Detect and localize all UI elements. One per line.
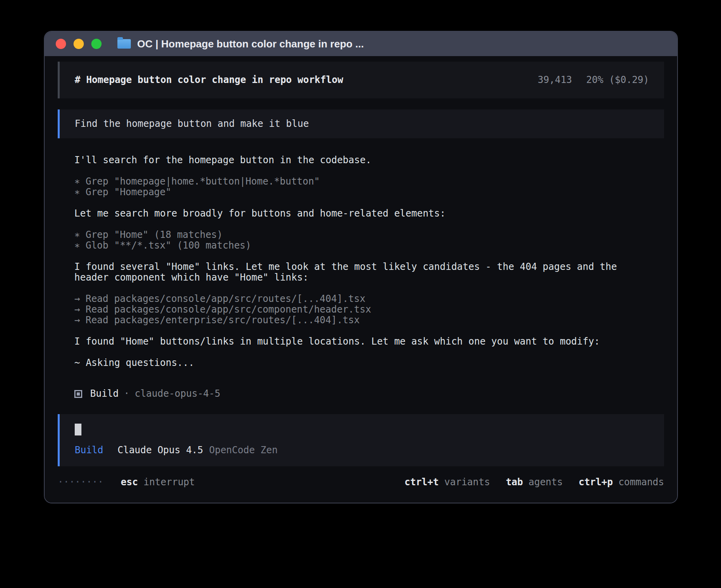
tool-call-text: Read packages/console/app/src/component/…: [85, 304, 371, 315]
esc-key-action: interrupt: [143, 477, 195, 488]
tool-call-read: →Read packages/console/app/src/component…: [74, 304, 640, 315]
terminal-content: # Homepage button color change in repo w…: [45, 56, 677, 503]
shortcut-label: variants: [444, 477, 490, 488]
separator-dot: ·: [124, 388, 129, 399]
tool-call-grep: ∗Grep "Homepage": [74, 187, 640, 198]
esc-key-hint: esc: [121, 477, 138, 488]
folder-icon: [117, 39, 131, 49]
prompt-input[interactable]: Build Claude Opus 4.5 OpenCode Zen: [58, 414, 664, 466]
assistant-text: I'll search for the homepage button in t…: [74, 155, 640, 166]
spinner-dots-icon: ········: [58, 477, 104, 488]
shortcut-commands: ctrl+p commands: [579, 477, 664, 488]
tool-call-read: →Read packages/console/app/src/routes/[.…: [74, 294, 640, 304]
shortcut-agents: tab agents: [506, 477, 563, 488]
tool-call-text: Glob "**/*.tsx" (100 matches): [85, 240, 251, 251]
assistant-text: Let me search more broadly for buttons a…: [74, 208, 640, 219]
session-stats: 39,413 20% ($0.29): [538, 75, 649, 85]
zoom-button[interactable]: [91, 39, 102, 49]
tool-call-text: Read packages/console/app/src/routes/[..…: [85, 293, 365, 304]
shortcut-key: ctrl+p: [579, 477, 613, 488]
titlebar[interactable]: OC | Homepage button color change in rep…: [45, 32, 677, 56]
input-meta: Build Claude Opus 4.5 OpenCode Zen: [75, 445, 649, 456]
arrow-right-icon: →: [74, 304, 80, 315]
window-controls: [56, 39, 102, 49]
agent-status: Build · claude-opus-4-5: [74, 388, 640, 399]
close-button[interactable]: [56, 39, 66, 49]
agent-mode-label: Build: [75, 445, 103, 456]
arrow-right-icon: →: [74, 315, 80, 326]
model-provider: OpenCode Zen: [209, 445, 277, 456]
window-title: OC | Homepage button color change in rep…: [137, 38, 364, 50]
user-message-text: Find the homepage button and make it blu…: [75, 118, 309, 129]
tool-call-glob: ∗Glob "**/*.tsx" (100 matches): [74, 240, 640, 251]
minimize-button[interactable]: [74, 39, 84, 49]
assistant-text: I found several "Home" links. Let me loo…: [74, 262, 640, 283]
tool-call-grep: ∗Grep "homepage|home.*button|Home.*butto…: [74, 176, 640, 187]
status-left: ········ esc interrupt: [58, 477, 195, 488]
text-cursor-icon: [75, 424, 81, 435]
token-count: 39,413: [538, 75, 572, 85]
asterisk-icon: ∗: [74, 176, 80, 187]
session-header: # Homepage button color change in repo w…: [58, 62, 664, 98]
terminal-window: OC | Homepage button color change in rep…: [44, 31, 678, 503]
shortcut-label: commands: [618, 477, 664, 488]
agent-name: Build: [90, 388, 119, 399]
title-group: OC | Homepage button color change in rep…: [117, 38, 364, 50]
asterisk-icon: ∗: [74, 229, 80, 240]
asterisk-icon: ∗: [74, 187, 80, 198]
tool-call-grep: ∗Grep "Home" (18 matches): [74, 230, 640, 240]
arrow-right-icon: →: [74, 293, 80, 304]
shortcut-variants: ctrl+t variants: [404, 477, 490, 488]
shortcut-label: agents: [528, 477, 563, 488]
shortcut-key: ctrl+t: [404, 477, 439, 488]
build-agent-icon: [74, 390, 82, 398]
status-bar: ········ esc interrupt ctrl+t variants t…: [58, 477, 664, 488]
tool-call-text: Read packages/enterprise/src/routes/[...…: [85, 315, 360, 326]
assistant-text: I found "Home" buttons/links in multiple…: [74, 336, 640, 347]
tool-call-text: Grep "homepage|home.*button|Home.*button…: [85, 176, 319, 187]
session-title: # Homepage button color change in repo w…: [75, 75, 343, 85]
asterisk-icon: ∗: [74, 240, 80, 251]
conversation-body: I'll search for the homepage button in t…: [58, 155, 640, 399]
model-name: Claude Opus 4.5: [117, 445, 203, 456]
user-message: Find the homepage button and make it blu…: [58, 109, 664, 138]
shortcut-key: tab: [506, 477, 523, 488]
tool-call-text: Grep "Home" (18 matches): [85, 229, 223, 240]
status-text: ~ Asking questions...: [74, 358, 640, 368]
tool-call-read: →Read packages/enterprise/src/routes/[..…: [74, 315, 640, 326]
context-cost: 20% ($0.29): [586, 75, 649, 85]
status-right: ctrl+t variants tab agents ctrl+p comman…: [404, 477, 664, 488]
tool-call-text: Grep "Homepage": [85, 187, 171, 198]
agent-model: claude-opus-4-5: [135, 388, 221, 399]
